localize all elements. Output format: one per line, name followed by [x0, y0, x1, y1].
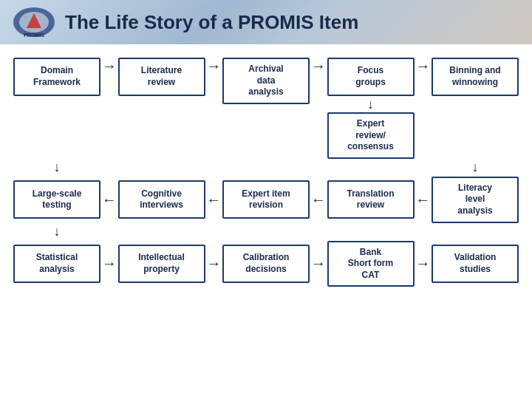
- validation-studies-box: Validation studies: [432, 245, 519, 283]
- expert-item-revision-box: Expert item revision: [222, 180, 310, 219]
- page-title: The Life Story of a PROMIS Item: [65, 11, 358, 34]
- arrow-r3-4: →: [415, 255, 431, 272]
- down-arrows-row2: ↓: [13, 225, 519, 239]
- focus-groups-box: Focus groups: [327, 58, 415, 96]
- cognitive-interviews-box: Cognitive interviews: [118, 180, 205, 219]
- arrow-r2-4: ←: [415, 191, 431, 208]
- down-arrow-literacy: ↓: [432, 160, 519, 175]
- down-arrow-focus: ↓: [367, 98, 374, 111]
- archival-data-box: Archival data analysis: [222, 58, 310, 104]
- svg-text:PROMIS: PROMIS: [24, 33, 44, 38]
- large-scale-testing-box: Large-scale testing: [13, 180, 100, 219]
- row2: Large-scale testing ← Cognitive intervie…: [13, 177, 519, 223]
- expert-review-consensus-box: Expert review/ consensus: [327, 112, 415, 159]
- down-arrow-largescale: ↓: [13, 160, 100, 175]
- arrow-r1-3: →: [310, 58, 327, 75]
- arrow-r1-4: →: [415, 58, 431, 75]
- arrow-r2-3: ←: [310, 191, 327, 208]
- arrow-r3-1: →: [101, 255, 117, 272]
- col4-stack: Focus groups ↓ Expert review/ consensus: [327, 58, 415, 159]
- main-content: Domain Framework → Literature review → A…: [0, 44, 532, 399]
- literature-review-box: Literature review: [118, 58, 205, 96]
- row1: Domain Framework → Literature review → A…: [13, 58, 519, 159]
- header: PROMIS The Life Story of a PROMIS Item: [0, 0, 532, 44]
- literacy-level-analysis-box: Literacy level analysis: [432, 177, 519, 223]
- down-arrows-row1: ↓ ↓: [13, 160, 519, 175]
- translation-review-box: Translation review: [327, 180, 415, 219]
- down-arrow-statistical: ↓: [13, 224, 100, 239]
- row3: Statistical analysis → Intellectual prop…: [13, 241, 519, 287]
- arrow-r2-1: ←: [101, 191, 117, 208]
- domain-framework-box: Domain Framework: [13, 58, 100, 96]
- arrow-r1-1: →: [101, 58, 117, 75]
- calibration-decisions-box: Calibration decisions: [222, 245, 310, 283]
- arrow-r3-3: →: [310, 255, 327, 272]
- promis-logo: PROMIS: [12, 6, 56, 39]
- intellectual-property-box: Intellectual property: [118, 245, 205, 283]
- bank-shortform-cat-box: Bank Short form CAT: [327, 241, 415, 287]
- arrow-r3-2: →: [205, 255, 222, 272]
- binning-winnowing-box: Binning and winnowing: [432, 58, 519, 96]
- statistical-analysis-box: Statistical analysis: [13, 245, 100, 283]
- arrow-r2-2: ←: [205, 191, 222, 208]
- arrow-r1-2: →: [205, 58, 222, 75]
